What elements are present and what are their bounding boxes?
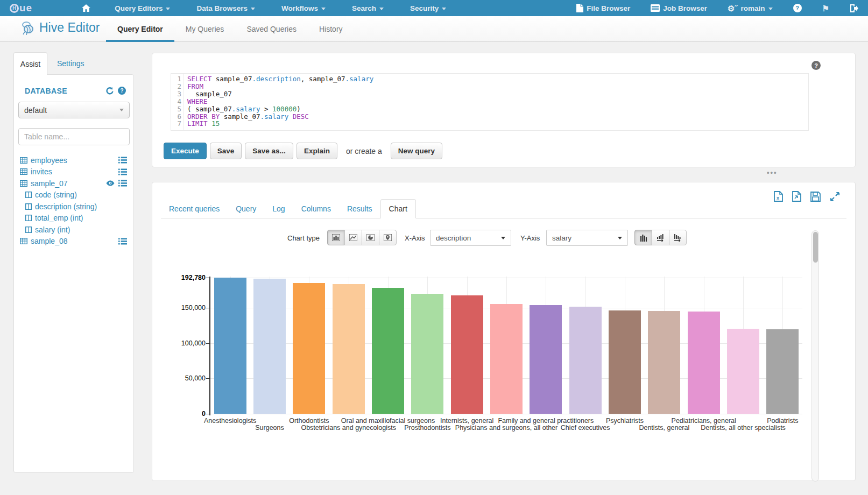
flag-icon: ⚑ bbox=[822, 4, 829, 12]
editor-line-numbers: 1234567 bbox=[171, 74, 184, 130]
table-filter-input[interactable] bbox=[18, 128, 130, 145]
chart-type-group bbox=[327, 230, 397, 245]
tab-my-queries[interactable]: My Queries bbox=[174, 16, 236, 42]
menu-label: Search bbox=[352, 4, 376, 12]
menu-label: Workflows bbox=[281, 4, 318, 12]
hue-logo[interactable]: H ue bbox=[10, 2, 32, 14]
bar-surgeons[interactable] bbox=[253, 279, 286, 414]
sign-out-button[interactable] bbox=[848, 4, 860, 12]
x-axis-label-chief-executives: Chief executives bbox=[561, 424, 610, 432]
list-icon[interactable] bbox=[118, 180, 127, 187]
job-browser-button[interactable]: Job Browser bbox=[648, 4, 709, 12]
table-row-sample-07[interactable]: sample_07 bbox=[14, 178, 133, 189]
sort-ascending-button[interactable] bbox=[652, 230, 669, 245]
result-tab-columns[interactable]: Columns bbox=[293, 200, 339, 218]
result-tab-chart[interactable]: Chart bbox=[380, 199, 416, 218]
tab-settings[interactable]: Settings bbox=[57, 59, 84, 68]
bar-internists-general[interactable] bbox=[451, 295, 483, 414]
save-as-button[interactable]: Save as... bbox=[245, 143, 293, 159]
result-tab-results[interactable]: Results bbox=[339, 200, 380, 218]
file-icon bbox=[576, 4, 583, 12]
table-row-invites[interactable]: invites bbox=[14, 166, 133, 178]
list-icon[interactable] bbox=[118, 168, 127, 175]
file-browser-button[interactable]: File Browser bbox=[574, 4, 632, 12]
column-row-code-string[interactable]: code (string) bbox=[14, 189, 133, 201]
bar-podiatrists[interactable] bbox=[766, 329, 799, 414]
bar-oral-and-maxillofacial-surgeons[interactable] bbox=[372, 288, 404, 414]
result-tab-recent-queries[interactable]: Recent queries bbox=[161, 200, 228, 218]
execute-button[interactable]: Execute bbox=[164, 143, 207, 159]
database-help-icon[interactable]: ? bbox=[118, 87, 126, 95]
column-row-salary-int[interactable]: salary (int) bbox=[14, 224, 133, 236]
results-scrollbar[interactable] bbox=[811, 230, 819, 482]
menu-label: Data Browsers bbox=[196, 4, 248, 12]
column-name: description (string) bbox=[35, 202, 97, 211]
tab-history[interactable]: History bbox=[308, 16, 354, 42]
x-axis-label-physicians-and-surgeons-all-other: Physicians and surgeons, all other bbox=[455, 424, 558, 432]
bar-chief-executives[interactable] bbox=[569, 307, 602, 414]
menu-data-browsers[interactable]: Data Browsers bbox=[194, 4, 257, 12]
bar-pediatricians-general[interactable] bbox=[688, 312, 720, 414]
tab-assist[interactable]: Assist bbox=[13, 52, 47, 75]
table-row-employees[interactable]: employees bbox=[14, 154, 133, 166]
bar-anesthesiologists[interactable] bbox=[214, 278, 246, 414]
bar-obstetricians-and-gynecologists[interactable] bbox=[333, 284, 365, 414]
menu-workflows[interactable]: Workflows bbox=[279, 4, 328, 12]
eye-icon[interactable] bbox=[106, 180, 115, 186]
scrollbar-thumb[interactable] bbox=[813, 232, 818, 263]
list-icon[interactable] bbox=[118, 157, 127, 164]
column-row-description-string[interactable]: description (string) bbox=[14, 201, 133, 213]
y-axis-select[interactable]: salary bbox=[546, 230, 628, 246]
file-browser-label: File Browser bbox=[587, 4, 630, 12]
tab-saved-queries[interactable]: Saved Queries bbox=[235, 16, 308, 42]
feedback-flag-button[interactable]: ⚑ bbox=[820, 4, 831, 12]
or-create-a-text: or create a bbox=[346, 147, 382, 155]
hive-editor-title[interactable]: Hive Editor bbox=[22, 20, 100, 35]
chevron-down-icon bbox=[251, 8, 255, 10]
menu-security[interactable]: Security bbox=[408, 4, 448, 12]
bar-psychiatrists[interactable] bbox=[609, 310, 641, 414]
x-axis-label-obstetricians-and-gynecologists: Obstetricians and gynecologists bbox=[301, 424, 396, 432]
sort-descending-button[interactable] bbox=[669, 230, 687, 245]
panel-resize-handle[interactable]: ••• bbox=[767, 168, 778, 176]
bar-physicians-and-surgeons-all-other[interactable] bbox=[490, 304, 523, 414]
subnav-tabs: Query EditorMy QueriesSaved QueriesHisto… bbox=[106, 16, 354, 42]
tab-query-editor[interactable]: Query Editor bbox=[106, 16, 174, 42]
y-axis-label-150000: 150,000 bbox=[176, 304, 206, 312]
table-row-sample-08[interactable]: sample_08 bbox=[14, 236, 133, 247]
y-axis-label: Y-Axis bbox=[520, 234, 540, 242]
database-select[interactable]: default bbox=[18, 102, 130, 118]
home-icon[interactable] bbox=[82, 4, 90, 12]
x-axis-select[interactable]: description bbox=[430, 230, 511, 246]
bar-family-and-general-practitioners[interactable] bbox=[530, 305, 562, 414]
sort-none-button[interactable] bbox=[634, 230, 652, 245]
bar-dentists-all-other-specialists[interactable] bbox=[727, 329, 759, 414]
editor-code[interactable]: SELECT sample_07.description, sample_07.… bbox=[184, 74, 373, 130]
sql-editor[interactable]: 1234567 SELECT sample_07.description, sa… bbox=[171, 73, 809, 131]
refresh-icon[interactable] bbox=[105, 87, 114, 95]
code-line-1: SELECT sample_07.description, sample_07.… bbox=[187, 75, 373, 83]
sign-out-icon bbox=[850, 4, 858, 12]
app-title-text: Hive Editor bbox=[39, 20, 100, 35]
explain-button[interactable]: Explain bbox=[297, 143, 337, 159]
new-query-button[interactable]: New query bbox=[391, 143, 442, 159]
menu-search[interactable]: Search bbox=[350, 4, 386, 12]
bar-orthodontists[interactable] bbox=[293, 283, 325, 414]
chart-type-pie-button[interactable] bbox=[362, 230, 379, 245]
bar-dentists-general[interactable] bbox=[648, 311, 680, 414]
result-tab-query[interactable]: Query bbox=[228, 200, 264, 218]
chart-type-bars-button[interactable] bbox=[327, 230, 345, 245]
user-menu[interactable]: ⚙˝ romain bbox=[725, 4, 774, 12]
result-tab-log[interactable]: Log bbox=[264, 200, 293, 218]
chart-type-line-button[interactable] bbox=[344, 230, 362, 245]
list-icon[interactable] bbox=[118, 238, 127, 245]
code-line-3: sample_07 bbox=[187, 90, 373, 98]
x-axis-label-dentists-general: Dentists, general bbox=[639, 424, 689, 432]
chart-type-map-button[interactable] bbox=[379, 230, 397, 245]
menu-query-editors[interactable]: Query Editors bbox=[112, 4, 172, 12]
column-row-total-emp-int[interactable]: total_emp (int) bbox=[14, 213, 133, 224]
bar-prosthodontists[interactable] bbox=[411, 294, 443, 414]
save-button[interactable]: Save bbox=[210, 143, 242, 159]
editor-help-icon[interactable]: ? bbox=[811, 61, 821, 70]
help-button[interactable]: ? bbox=[791, 4, 804, 12]
